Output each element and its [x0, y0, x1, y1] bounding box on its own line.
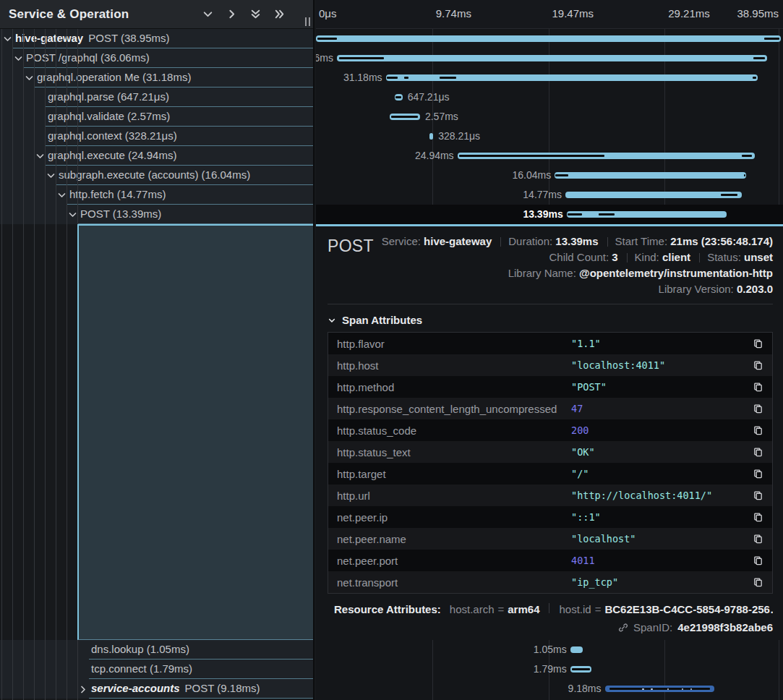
span-tree-row[interactable]: graphql.context (328.21μs): [0, 127, 315, 146]
span-bar[interactable]: [390, 114, 420, 120]
span-bar[interactable]: [570, 646, 583, 653]
overview-line: Service: hive-gatewayDuration: 13.39msSt…: [382, 234, 773, 249]
span-bar[interactable]: [570, 666, 592, 673]
attribute-value: "http://localhost:4011/": [571, 490, 753, 501]
timeline-row[interactable]: 16.04ms: [316, 166, 783, 185]
attribute-value: "1.1": [571, 338, 753, 349]
timeline-row[interactable]: 328.21μs: [316, 127, 783, 146]
timeline-axis: 0μs9.74ms19.47ms29.21ms38.95ms: [316, 0, 783, 29]
copy-icon[interactable]: [753, 447, 763, 458]
span-bar[interactable]: [567, 211, 727, 218]
span-label: hive-gatewayPOST (38.95ms): [15, 29, 169, 48]
span-tree-row[interactable]: http.fetch (14.77ms): [0, 185, 315, 205]
timeline-row[interactable]: 31.18ms: [316, 68, 783, 88]
span-tree-row[interactable]: graphql.validate (2.57ms): [0, 107, 315, 127]
span-bar[interactable]: [337, 55, 767, 61]
span-tree-row[interactable]: service-accountsPOST (9.18ms): [0, 679, 315, 699]
row-toggle[interactable]: [3, 34, 12, 46]
span-id-label: SpanID:: [633, 621, 672, 633]
span-tree-row[interactable]: graphql.parse (647.21μs): [0, 88, 315, 107]
timeline-row[interactable]: 647.21μs: [316, 88, 783, 107]
span-bar[interactable]: [565, 192, 742, 198]
span-label: graphql.validate (2.57ms): [48, 107, 170, 126]
span-detail-panel: POST Service: hive-gatewayDuration: 13.3…: [316, 224, 783, 640]
span-tree-row[interactable]: hive-gatewayPOST (38.95ms): [0, 29, 315, 48]
timeline-row[interactable]: 24.94ms: [316, 146, 783, 166]
row-toggle[interactable]: [68, 210, 77, 222]
span-label: POST (13.39ms): [80, 205, 161, 223]
span-bar[interactable]: [555, 172, 746, 179]
resource-attributes-preview: host.arch=arm64host.id=BC62E13B-C4CC-585…: [450, 603, 773, 615]
span-attributes-toggle[interactable]: Span Attributes: [328, 314, 773, 326]
resource-key: host.id: [559, 603, 591, 615]
attribute-row: net.peer.name"localhost": [328, 528, 772, 550]
copy-icon[interactable]: [753, 469, 763, 479]
copy-icon[interactable]: [753, 490, 763, 501]
bar-dot: [682, 688, 684, 691]
row-toggle[interactable]: [25, 73, 34, 85]
field-label: Library Name:: [508, 267, 579, 279]
attribute-value: 47: [571, 403, 753, 414]
row-toggle[interactable]: [35, 151, 45, 163]
collapse-one-icon[interactable]: [202, 8, 214, 20]
span-tree-row[interactable]: tcp.connect (1.79ms): [0, 660, 315, 679]
span-tree-row[interactable]: POST /graphql (36.06ms): [0, 48, 315, 68]
span-bar[interactable]: [395, 94, 403, 101]
attribute-row: http.method"POST": [328, 376, 772, 398]
row-separator: [89, 659, 315, 660]
timeline-row[interactable]: 1.79ms: [316, 660, 783, 679]
resource-key: host.arch: [450, 603, 495, 615]
chevron-down-icon: [68, 210, 77, 220]
timeline-row[interactable]: 13.39ms: [316, 205, 783, 224]
attribute-key: http.method: [337, 381, 571, 393]
resource-attributes-row[interactable]: Resource Attributes: host.arch=arm64host…: [328, 603, 773, 615]
timeline-row[interactable]: 14.77ms: [316, 185, 783, 205]
span-tree-row[interactable]: subgraph.execute (accounts) (16.04ms): [0, 166, 315, 185]
row-toggle[interactable]: [14, 54, 23, 66]
row-separator: [46, 106, 315, 107]
copy-icon[interactable]: [753, 404, 763, 414]
attribute-row: http.flavor"1.1": [328, 333, 772, 354]
copy-icon[interactable]: [753, 382, 763, 393]
copy-icon[interactable]: [753, 577, 763, 588]
span-tree-row[interactable]: graphql.execute (24.94ms): [0, 146, 315, 166]
copy-icon[interactable]: [753, 512, 763, 523]
row-toggle[interactable]: [46, 171, 56, 183]
child-span-tick: [568, 213, 582, 215]
link-icon[interactable]: [618, 623, 628, 633]
timeline-row[interactable]: [316, 29, 783, 48]
attribute-row: http.url"http://localhost:4011/": [328, 485, 772, 506]
row-toggle[interactable]: [79, 684, 88, 696]
timeline-row[interactable]: 2.57ms: [316, 107, 783, 127]
copy-icon[interactable]: [753, 360, 763, 371]
span-attributes-table: http.flavor"1.1"http.host"localhost:4011…: [328, 332, 773, 594]
child-span-tick: [572, 668, 590, 670]
attribute-key: net.peer.port: [337, 555, 571, 567]
span-tree-row[interactable]: POST (13.39ms): [0, 205, 315, 224]
child-span-tick: [387, 77, 397, 79]
expand-one-icon[interactable]: [226, 8, 238, 20]
copy-icon[interactable]: [753, 425, 763, 436]
collapse-all-icon[interactable]: [249, 8, 262, 20]
span-bar[interactable]: [429, 133, 433, 140]
attribute-key: http.status_code: [337, 424, 571, 437]
span-bar[interactable]: [605, 686, 715, 692]
timeline-row[interactable]: 9.18ms: [316, 679, 783, 699]
copy-icon[interactable]: [753, 555, 763, 566]
row-toggle[interactable]: [57, 190, 67, 202]
attribute-value: "localhost": [571, 533, 753, 545]
span-tree-row[interactable]: dns.lookup (1.05ms): [0, 640, 315, 660]
expand-all-icon[interactable]: [273, 8, 286, 20]
span-bar[interactable]: [458, 153, 756, 159]
service-operation-header: Service & Operation: [0, 0, 313, 29]
span-bar[interactable]: [316, 35, 781, 42]
copy-icon[interactable]: [753, 534, 763, 545]
span-label: http.fetch (14.77ms): [69, 185, 166, 204]
span-tree-row[interactable]: graphql.operation Me (31.18ms): [0, 68, 315, 88]
span-bar[interactable]: [386, 74, 758, 81]
attribute-value: "ip_tcp": [571, 576, 753, 588]
panel-resize-handle[interactable]: [305, 17, 310, 26]
copy-icon[interactable]: [753, 338, 763, 349]
timeline-row[interactable]: 1.05ms: [316, 640, 783, 660]
timeline-row[interactable]: 36.06ms: [316, 48, 783, 68]
